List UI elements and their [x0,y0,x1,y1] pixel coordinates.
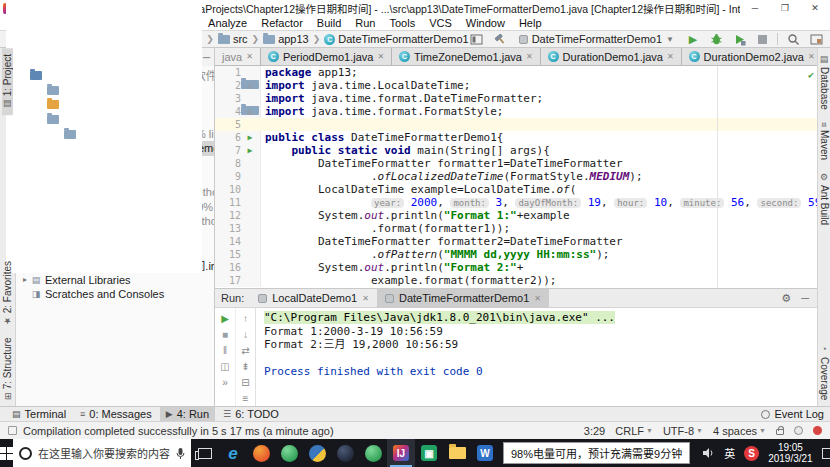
dark-sphere-taskbar-button[interactable] [331,439,359,467]
code-line[interactable]: 1package app13; [215,66,817,79]
run-button[interactable]: ▶ [685,31,701,47]
code-line[interactable]: 3import java.time.format.DateTimeFormatt… [215,92,817,105]
stripe-tab-ant-build[interactable]: ⚙Ant Build [819,166,830,231]
green-app-taskbar-button[interactable]: ▣ [415,439,443,467]
scroll-end-icon[interactable]: ⇟ [236,358,255,374]
code-line[interactable]: 2⊖import java.time.LocalDateTime; [215,79,817,92]
run-configuration-select[interactable]: DateTimeFormatterDemo1 ▼ [515,31,678,47]
code-line[interactable]: 6▶public class DateTimeFormatterDemo1{ [215,131,817,144]
indent-select[interactable]: 4 spaces▼ [713,425,766,437]
breadcrumb-app13[interactable]: app13 [263,33,309,45]
inspection-ok-icon[interactable]: ✔ [808,68,814,81]
edge-taskbar-button[interactable]: e [219,439,247,467]
console-command[interactable]: "C:\Program Files\Java\jdk1.8.0_201\bin\… [264,311,615,324]
sogou-icon[interactable]: S [744,446,759,461]
caret-position[interactable]: 3:29 [584,425,605,437]
run-with-coverage-button[interactable] [731,31,747,47]
fatal-error-icon[interactable] [813,426,822,435]
code-line[interactable]: 8 DateTimeFormatter formatter1=DateTimeF… [215,157,817,170]
up-stack-icon[interactable]: ↑ [236,310,255,326]
file-explorer-taskbar-button[interactable] [443,439,471,467]
close-tab-icon[interactable]: ✕ [808,52,815,61]
menu-window[interactable]: Window [466,17,505,29]
editor-tab-timezonedemo1-java[interactable]: CTimeZoneDemo1.java✕ [392,48,541,65]
code-line[interactable]: 17 example.format(formatter2)); [215,274,817,287]
code-line[interactable]: 12 System.out.println("Format 1:"+exampl… [215,209,817,222]
print-icon[interactable]: ⊟ [236,374,255,390]
soft-wrap-icon[interactable]: ⇄ [236,342,255,358]
stripe-tab-database[interactable]: ▤Database [819,48,830,116]
stripe-tab-7-structure[interactable]: ⊞7: Structure [2,332,13,406]
dump-threads-icon[interactable]: ◫ [215,358,235,374]
toolwindow-4-run[interactable]: ▶4: Run [160,407,215,422]
code-line[interactable]: 14 DateTimeFormatter formatter2=DateTime… [215,235,817,248]
close-tab-icon[interactable]: ✕ [362,294,369,303]
tool-windows-grid-icon[interactable] [808,31,824,47]
matlab-taskbar-button[interactable] [247,439,275,467]
editor-tab-perioddemo1-java[interactable]: CPeriodDemo1.java✕ [261,48,392,65]
tree-chevron-icon[interactable]: ▸ [20,275,30,284]
run-line-icon[interactable]: ▶ [241,131,259,144]
search-everywhere-icon[interactable] [785,31,801,47]
microphone-icon[interactable] [176,447,185,460]
tool-window-icon[interactable] [469,31,485,47]
code-line[interactable]: 16 System.out.println("Format 2:"+ [215,261,817,274]
tree-item-external-libraries[interactable]: ▸▤External Libraries [16,272,214,287]
minimize-button[interactable] [740,0,770,16]
run-hide-icon[interactable]: ─ [801,292,809,305]
fold-icon[interactable]: ⊖ [241,80,259,89]
tree-item-scratches-and-consoles[interactable]: ◨Scratches and Consoles [16,287,214,302]
rerun-icon[interactable]: ▶ [215,310,235,326]
close-tab-icon[interactable]: ✕ [667,52,674,61]
line-ending-select[interactable]: CRLF▼ [615,425,653,437]
maximize-button[interactable] [770,0,800,16]
stripe-tab-2-favorites[interactable]: ★2: Favorites [2,255,13,332]
toolwindow-6-todo[interactable]: ☰6: TODO [217,407,285,422]
start-button[interactable] [0,439,13,467]
task-view-taskbar-button[interactable] [191,439,219,467]
notification-center-icon[interactable] [822,448,830,459]
code-line[interactable]: 5 [215,118,817,131]
code-editor[interactable]: ✔ 1package app13;2⊖import java.time.Loca… [215,66,817,288]
close-tab-icon[interactable]: ✕ [246,52,253,61]
event-log-button[interactable]: Event Log [774,408,824,420]
stop-icon[interactable]: ■ [215,326,235,342]
code-line[interactable]: 11 year: 2000, month: 3, dayOfMonth: 19,… [215,196,817,209]
stripe-tab-1-project[interactable]: ▤1: Project [2,48,13,115]
code-line[interactable]: 4⊖import java.time.format.FormatStyle; [215,105,817,118]
stripe-tab-maven[interactable]: ≡Maven [819,116,830,166]
lock-icon[interactable] [776,429,784,435]
run-tab-localdatedemo1[interactable]: LocalDateDemo1✕ [250,289,377,308]
down-stack-icon[interactable]: ↓ [236,326,255,342]
editor-tab-java[interactable]: java✕ [215,48,261,65]
code-line[interactable]: 10 LocalDateTime example=LocalDateTime.o… [215,183,817,196]
toolwindow-0-messages[interactable]: ≡0: Messages [74,407,158,422]
run-settings-gear-icon[interactable]: ⚙ [781,292,791,305]
code-line[interactable]: 9 .ofLocalizedDateTime(FormatStyle.MEDIU… [215,170,817,183]
build-hammer-icon[interactable] [492,31,508,47]
clear-icon[interactable]: ≡ [236,390,255,406]
run-tab-datetimeformatterdemo1[interactable]: DateTimeFormatterDemo1✕ [377,289,549,308]
code-line[interactable]: 15 .ofPattern("MMMM dd,yyyy HH:mm:ss"); [215,248,817,261]
run-line-icon[interactable]: ▶ [241,144,259,157]
highlighting-level-icon[interactable] [794,426,803,435]
console-output[interactable]: "C:\Program Files\Java\jdk1.8.0_201\bin\… [256,308,817,406]
close-tab-icon[interactable]: ✕ [377,52,384,61]
stop-button[interactable] [754,31,770,47]
debug-button[interactable] [708,31,724,47]
status-message[interactable]: Compilation completed successfully in 5 … [23,425,334,437]
breadcrumb-project[interactable]: Chapter12操作日期和时间 [6,0,202,273]
blue-folder-app-taskbar-button[interactable] [303,439,331,467]
code-line[interactable]: 13 .format(formatter1)); [215,222,817,235]
breadcrumb-src[interactable]: src [218,33,248,45]
fold-icon[interactable]: ⊖ [241,106,259,115]
menu-help[interactable]: Help [519,17,542,29]
taskbar-clock[interactable]: 19:05 2019/3/21 [768,442,813,464]
stripe-tab-coverage[interactable]: ◔Coverage [819,338,830,406]
encoding-select[interactable]: UTF-8▼ [663,425,703,437]
skip-icon[interactable]: » [215,374,235,390]
editor-tab-durationdemo2-java[interactable]: CDurationDemo2.java✕ [682,48,817,65]
toolwindow-terminal[interactable]: ▤Terminal [6,407,72,422]
hide-panel-icon[interactable]: ─ [203,52,210,63]
pause-output-icon[interactable]: ‖ [215,342,235,358]
